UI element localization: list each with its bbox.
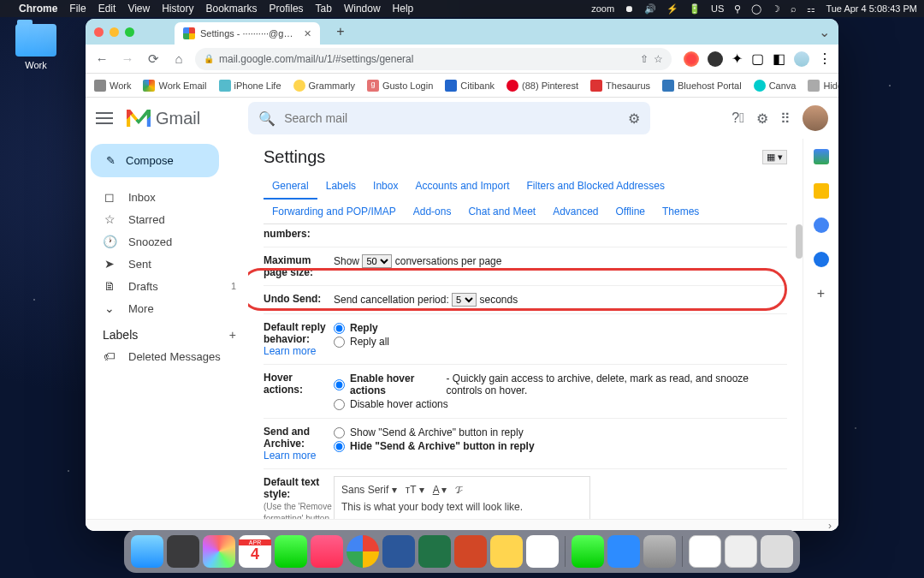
moon-icon[interactable]: ☽ <box>772 3 780 15</box>
input-tools-button[interactable]: ▦ ▾ <box>762 150 787 164</box>
apps-grid-icon[interactable]: ⠿ <box>780 110 791 127</box>
sidebar-item-inbox[interactable]: ◻Inbox <box>91 186 248 208</box>
tab-settings-item[interactable]: Accounts and Import <box>406 174 518 200</box>
compose-button[interactable]: ✎ Compose <box>91 144 219 177</box>
battery-icon[interactable]: 🔋 <box>689 3 701 15</box>
sidebar-item-snoozed[interactable]: 🕐Snoozed <box>91 230 248 253</box>
dock-preview[interactable] <box>643 535 676 568</box>
dock-zoom[interactable] <box>607 535 640 568</box>
input-source[interactable]: US <box>711 3 724 14</box>
font-size-icon[interactable]: тT ▾ <box>406 484 424 496</box>
sidebar-item-sent[interactable]: ➤Sent <box>91 253 248 275</box>
tabs-dropdown-icon[interactable]: ⌄ <box>819 24 830 40</box>
desktop-folder-work[interactable]: Work <box>10 24 62 70</box>
reply-radio[interactable] <box>334 323 345 334</box>
sidebar-item-more[interactable]: ⌄More <box>91 297 248 319</box>
cast-icon[interactable]: ▢ <box>751 51 764 67</box>
dock-messages[interactable] <box>275 535 307 568</box>
sidepanel-icon[interactable]: ◧ <box>773 51 785 67</box>
extension-icon[interactable] <box>684 51 699 67</box>
tab-settings-item[interactable]: Forwarding and POP/IMAP <box>264 200 405 223</box>
sidebar-item-starred[interactable]: ☆Starred <box>91 208 248 230</box>
menu-window[interactable]: Window <box>344 3 381 15</box>
extension-icon[interactable] <box>708 51 723 67</box>
bookmark-item[interactable]: gGusto Login <box>367 80 433 92</box>
reply-all-radio[interactable] <box>334 337 345 348</box>
account-avatar[interactable] <box>803 105 828 131</box>
back-button[interactable]: ← <box>92 50 111 69</box>
app-menu[interactable]: Chrome <box>19 3 57 15</box>
bookmark-item[interactable]: (88) Pinterest <box>506 80 578 92</box>
page-size-select[interactable]: 50 <box>362 254 392 268</box>
bookmark-item[interactable]: Work <box>94 80 131 92</box>
bookmark-item[interactable]: Thesaurus <box>590 80 650 92</box>
bookmark-item[interactable]: Bluehost Portal <box>662 80 742 92</box>
tab-general[interactable]: General <box>264 174 317 200</box>
clock[interactable]: Tue Apr 4 5:08:43 PM <box>826 3 917 14</box>
bluetooth-icon[interactable]: ⚡ <box>666 3 678 15</box>
keep-icon[interactable] <box>814 183 829 199</box>
share-icon[interactable]: ⇧ <box>640 53 649 65</box>
home-button[interactable]: ⌂ <box>169 50 188 69</box>
extensions-menu-icon[interactable]: ✦ <box>732 51 743 67</box>
archive-show-radio[interactable] <box>334 427 345 438</box>
sidebar-item-drafts[interactable]: 🗎Drafts1 <box>91 275 248 297</box>
dock-slack[interactable] <box>526 535 559 568</box>
bookmark-star-icon[interactable]: ☆ <box>654 53 663 65</box>
menu-tab[interactable]: Tab <box>316 3 332 15</box>
window-minimize[interactable] <box>110 27 119 37</box>
calendar-icon[interactable] <box>814 149 829 164</box>
menu-bookmarks[interactable]: Bookmarks <box>206 3 258 15</box>
dock-calendar[interactable]: APR4 <box>239 535 271 568</box>
archive-hide-radio[interactable] <box>334 441 345 452</box>
profile-avatar[interactable] <box>794 51 809 67</box>
spotlight-icon[interactable]: ⌕ <box>791 3 797 14</box>
dock-word[interactable] <box>382 535 415 568</box>
bookmark-item[interactable]: Canva <box>754 80 797 92</box>
main-menu-icon[interactable] <box>96 112 113 124</box>
search-box[interactable]: 🔍 ⚙ <box>248 102 650 134</box>
scrollbar[interactable] <box>796 224 803 259</box>
tab-inbox[interactable]: Inbox <box>364 174 406 200</box>
dock-app[interactable] <box>725 535 757 568</box>
menu-file[interactable]: File <box>69 3 86 15</box>
learn-more-link[interactable]: Learn more <box>264 450 316 462</box>
search-options-icon[interactable]: ⚙ <box>628 110 640 127</box>
tab-settings-item[interactable]: Advanced <box>544 200 607 223</box>
dock-launchpad[interactable] <box>203 535 235 568</box>
chrome-menu-icon[interactable]: ⋮ <box>818 51 832 67</box>
reload-button[interactable]: ⟳ <box>144 50 163 69</box>
window-maximize[interactable] <box>125 27 134 37</box>
settings-gear-icon[interactable]: ⚙ <box>756 110 768 127</box>
remove-format-icon[interactable]: 𝓣̷ <box>455 484 463 496</box>
bookmark-item[interactable]: Hidden Gems <box>808 80 838 92</box>
font-select[interactable]: Sans Serif ▾ <box>341 484 397 496</box>
menu-view[interactable]: View <box>127 3 150 15</box>
add-label-icon[interactable]: + <box>229 328 236 342</box>
dock-settings[interactable] <box>167 535 199 568</box>
dock-powerpoint[interactable] <box>454 535 487 568</box>
bookmark-item[interactable]: Grammarly <box>293 80 355 92</box>
menu-help[interactable]: Help <box>393 3 414 15</box>
browser-tab[interactable]: Settings - ··········@gm… ✕ <box>175 22 320 45</box>
learn-more-link[interactable]: Learn more <box>264 345 316 357</box>
undo-send-select[interactable]: 5 <box>452 293 477 307</box>
dock-app[interactable] <box>689 535 721 568</box>
tasks-icon[interactable] <box>814 217 829 233</box>
dock-notes[interactable] <box>490 535 523 568</box>
window-titlebar[interactable]: Settings - ··········@gm… ✕ + ⌄ <box>86 19 838 45</box>
tab-settings-item[interactable]: Filters and Blocked Addresses <box>518 174 673 200</box>
add-panel-icon[interactable]: + <box>817 286 825 301</box>
dock-trash[interactable] <box>761 535 793 568</box>
tab-settings-item[interactable]: Themes <box>654 200 708 223</box>
new-tab-button[interactable]: + <box>331 22 350 41</box>
address-bar[interactable]: 🔒 mail.google.com/mail/u/1/#settings/gen… <box>195 48 672 70</box>
tab-settings-item[interactable]: Offline <box>607 200 654 223</box>
contacts-icon[interactable] <box>814 252 829 267</box>
hover-disable-radio[interactable] <box>334 399 345 410</box>
support-icon[interactable]: ?⃝ <box>732 110 744 126</box>
bookmark-item[interactable]: Work Email <box>143 80 206 92</box>
tab-close-icon[interactable]: ✕ <box>304 28 311 39</box>
zoom-status[interactable]: zoom <box>591 3 614 14</box>
control-center-icon[interactable]: ⚏ <box>807 3 815 15</box>
